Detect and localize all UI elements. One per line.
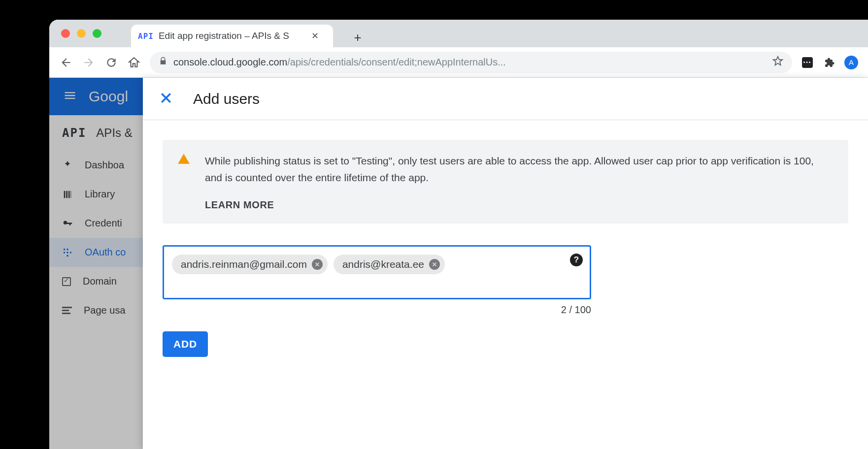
learn-more-link[interactable]: LEARN MORE <box>205 199 834 211</box>
user-chip: andris@kreata.ee <box>334 255 445 274</box>
browser-window: API Edit app registration – APIs & S ✕ + <box>49 20 868 449</box>
minimize-window-button[interactable] <box>77 29 86 38</box>
extensions-icon[interactable] <box>823 56 835 69</box>
test-users-input[interactable]: andris.reinman@gmail.com andris@kreata.e… <box>163 245 591 299</box>
panel-body: While publishing status is set to "Testi… <box>143 120 868 377</box>
close-tab-button[interactable]: ✕ <box>311 31 319 41</box>
close-window-button[interactable] <box>61 29 70 38</box>
profile-avatar[interactable]: A <box>844 56 858 69</box>
add-users-panel: Add users While publishing status is set… <box>143 78 868 449</box>
browser-tab[interactable]: API Edit app registration – APIs & S ✕ <box>131 25 333 47</box>
help-icon[interactable]: ? <box>570 254 583 266</box>
forward-button[interactable] <box>82 56 96 69</box>
reload-button[interactable] <box>104 56 118 69</box>
callout-text: While publishing status is set to "Testi… <box>205 153 834 186</box>
tab-favicon: API <box>138 32 154 41</box>
omnibox[interactable]: console.cloud.google.com/apis/credential… <box>150 52 792 73</box>
extension-lastpass-icon[interactable]: ••• <box>801 56 814 69</box>
page-content: Googl API APIs & Dashboa Library <box>49 78 868 449</box>
close-panel-button[interactable] <box>159 91 173 107</box>
panel-header: Add users <box>143 78 868 120</box>
lock-icon <box>159 57 167 68</box>
url-path: /apis/credentials/consent/edit;newAppInt… <box>287 57 506 67</box>
user-chip: andris.reinman@gmail.com <box>172 255 328 274</box>
new-tab-button[interactable]: + <box>348 28 367 47</box>
address-bar: console.cloud.google.com/apis/credential… <box>49 47 868 78</box>
url-text: console.cloud.google.com/apis/credential… <box>173 57 767 68</box>
tab-title: Edit app registration – APIs & S <box>159 31 306 41</box>
back-button[interactable] <box>59 56 73 69</box>
chip-label: andris.reinman@gmail.com <box>181 258 307 270</box>
remove-chip-button[interactable] <box>312 259 323 270</box>
url-host: console.cloud.google.com <box>173 57 287 67</box>
home-button[interactable] <box>127 56 141 69</box>
add-button[interactable]: ADD <box>163 331 208 357</box>
window-controls <box>61 20 116 47</box>
panel-title: Add users <box>193 91 260 107</box>
warning-icon <box>177 153 190 167</box>
remove-chip-button[interactable] <box>429 259 440 270</box>
user-count: 2 / 100 <box>163 299 591 316</box>
fullscreen-window-button[interactable] <box>93 29 101 38</box>
chip-label: andris@kreata.ee <box>342 258 424 270</box>
tab-strip: API Edit app registration – APIs & S ✕ + <box>49 20 868 47</box>
warning-callout: While publishing status is set to "Testi… <box>163 140 848 224</box>
bookmark-star-icon[interactable] <box>772 56 783 69</box>
